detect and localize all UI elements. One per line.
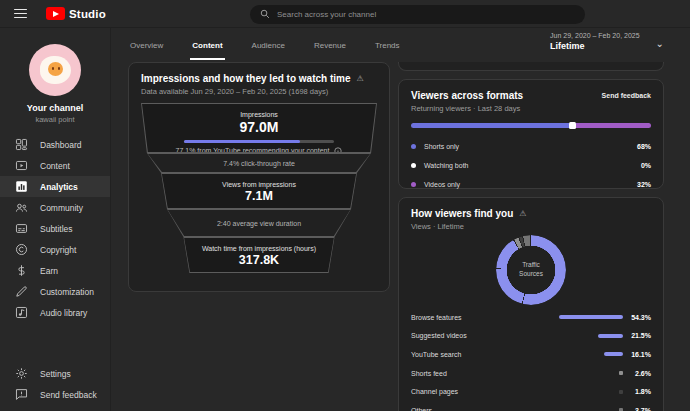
tabs-list: OverviewContentAudienceRevenueTrends: [128, 41, 427, 60]
traffic-card-subtitle: Views · Lifetime: [411, 222, 651, 231]
sidebar-item-subtitles[interactable]: Subtitles: [0, 218, 110, 239]
views-value: 7.1M: [142, 189, 376, 203]
funnel-connector-avd: 2:40 average view duration: [141, 209, 377, 237]
sidebar-item-label: Subtitles: [40, 224, 73, 234]
sidebar-item-label: Content: [40, 161, 70, 171]
impressions-card-title: Impressions and how they led to watch ti…: [141, 73, 350, 84]
sidebar-item-settings[interactable]: Settings: [0, 363, 110, 384]
sidebar-item-send-feedback[interactable]: Send feedback: [0, 384, 110, 405]
date-range-picker[interactable]: Jun 29, 2020 – Feb 20, 2025 Lifetime ⌄: [550, 32, 664, 51]
formats-legend: Shorts only68%Watching both0%Videos only…: [411, 137, 651, 194]
audio-library-icon: [14, 305, 29, 320]
ctr-text: 7.4% click-through rate: [142, 154, 376, 172]
traffic-row-browse-features: Browse features54.3%: [411, 308, 651, 327]
watchtime-value: 317.8K: [142, 253, 376, 267]
traffic-source-pct: 1.8%: [623, 388, 651, 395]
channel-handle: kawaii point: [0, 115, 110, 124]
sidebar-item-label: Customization: [40, 287, 94, 297]
formats-card-subtitle: Returning viewers · Last 28 days: [411, 104, 651, 113]
date-range-text: Jun 29, 2020 – Feb 20, 2025: [550, 32, 640, 39]
traffic-row-suggested-videos: Suggested videos21.5%: [411, 327, 651, 346]
traffic-source-label: Channel pages: [411, 388, 551, 395]
legend-label: Watching both: [424, 162, 641, 169]
sidebar-item-earn[interactable]: Earn: [0, 260, 110, 281]
watching-both-marker: [569, 122, 576, 129]
traffic-bar-zone: [551, 371, 623, 375]
search-input[interactable]: Search across your channel: [250, 5, 585, 24]
tab-content[interactable]: Content: [190, 41, 224, 60]
avatar-egg-yolk: [48, 62, 63, 76]
brand-name: Studio: [69, 8, 106, 20]
sidebar-item-label: Audio library: [40, 308, 87, 318]
send-feedback-link[interactable]: Send feedback: [602, 92, 651, 99]
sidebar-item-label: Community: [40, 203, 83, 213]
traffic-row-shorts-feed: Shorts feed2.6%: [411, 364, 651, 383]
search-placeholder: Search across your channel: [277, 10, 376, 19]
traffic-source-bar: [598, 334, 623, 338]
subtitles-icon: [14, 221, 29, 236]
legend-dot: [411, 163, 416, 168]
legend-value: 68%: [637, 143, 651, 150]
traffic-sources-list: Browse features54.3%Suggested videos21.5…: [411, 308, 651, 411]
funnel-stage-views: Views from impressions 7.1M: [141, 173, 377, 209]
traffic-source-bar: [559, 315, 623, 319]
traffic-row-others: Others3.7%: [411, 401, 651, 411]
bar-segment-videos-only: [576, 123, 651, 128]
avatar-eye-right: [58, 67, 60, 70]
traffic-source-label: Browse features: [411, 314, 551, 321]
content-icon: [14, 158, 29, 173]
topbar: Studio Search across your channel: [0, 0, 690, 28]
tab-overview[interactable]: Overview: [128, 41, 165, 60]
sidebar-item-copyright[interactable]: Copyright: [0, 239, 110, 260]
warning-icon[interactable]: ⚠: [356, 74, 363, 83]
main-area: OverviewContentAudienceRevenueTrends Jun…: [112, 28, 690, 411]
how-viewers-find-you-card: How viewers find you ⚠ Views · Lifetime …: [398, 197, 664, 411]
avatar[interactable]: [29, 44, 81, 96]
traffic-source-pct: 21.5%: [623, 332, 651, 339]
traffic-bar-zone: [551, 315, 623, 319]
traffic-source-pct: 2.6%: [623, 370, 651, 377]
sidebar-item-audio-library[interactable]: Audio library: [0, 302, 110, 323]
traffic-donut-wrap: Traffic Sources: [411, 235, 651, 305]
date-range-label: Lifetime: [550, 41, 640, 51]
sidebar-item-community[interactable]: Community: [0, 197, 110, 218]
customization-icon: [14, 284, 29, 299]
impressions-card-subtitle: Data available Jun 29, 2020 – Feb 20, 20…: [141, 87, 377, 96]
sidebar-item-label: Send feedback: [40, 390, 97, 400]
legend-row-watching-both: Watching both0%: [411, 156, 651, 175]
analytics-tabs: OverviewContentAudienceRevenueTrends Jun…: [112, 28, 690, 60]
tab-audience[interactable]: Audience: [250, 41, 287, 60]
avatar-eye-left: [52, 67, 54, 70]
bar-segment-shorts-only: [411, 123, 569, 128]
traffic-bar-zone: [551, 390, 623, 394]
legend-row-videos-only: Videos only32%: [411, 175, 651, 194]
sidebar-item-content[interactable]: Content: [0, 155, 110, 176]
legend-value: 32%: [637, 181, 651, 188]
youtube-studio-logo[interactable]: Studio: [46, 7, 106, 20]
warning-icon[interactable]: ⚠: [519, 209, 526, 218]
youtube-play-icon: [46, 7, 65, 20]
impressions-label: Impressions: [142, 104, 376, 118]
viewers-across-formats-card: Viewers across formats Send feedback Ret…: [398, 79, 664, 189]
sidebar-item-customization[interactable]: Customization: [0, 281, 110, 302]
tab-revenue[interactable]: Revenue: [312, 41, 348, 60]
traffic-card-title: How viewers find you: [411, 208, 513, 219]
traffic-source-label: YouTube search: [411, 351, 551, 358]
sidebar-item-label: Earn: [40, 266, 58, 276]
sidebar-item-analytics[interactable]: Analytics: [0, 176, 110, 197]
legend-label: Shorts only: [424, 143, 637, 150]
search-icon: [260, 9, 270, 19]
content-area: Impressions and how they led to watch ti…: [112, 62, 690, 411]
traffic-row-youtube-search: YouTube search16.1%: [411, 345, 651, 364]
menu-icon[interactable]: [14, 9, 27, 18]
funnel-stage-watchtime: Watch time from impressions (hours) 317.…: [141, 237, 377, 273]
partial-card-above: [398, 62, 664, 71]
sidebar-item-label: Analytics: [40, 182, 78, 192]
sidebar-item-label: Dashboard: [40, 140, 82, 150]
sidebar-item-dashboard[interactable]: Dashboard: [0, 134, 110, 155]
recommend-text: 77.1% from YouTube recommending your con…: [176, 147, 330, 154]
avd-text: 2:40 average view duration: [142, 210, 376, 236]
copyright-icon: [14, 242, 29, 257]
legend-value: 0%: [641, 162, 651, 169]
tab-trends[interactable]: Trends: [373, 41, 402, 60]
